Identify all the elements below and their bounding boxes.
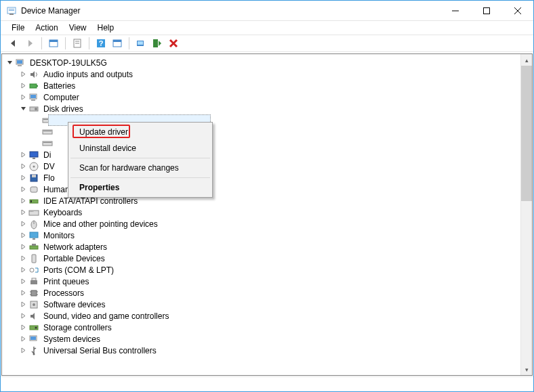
tree-node[interactable]: Ports (COM & LPT) bbox=[2, 264, 532, 276]
node-label: Sound, video and game controllers bbox=[42, 311, 170, 321]
svg-rect-60 bbox=[32, 278, 36, 280]
tree-node[interactable]: Universal Serial Bus controllers bbox=[2, 345, 532, 356]
svg-rect-39 bbox=[33, 158, 35, 159]
tree-node[interactable]: Keyboards bbox=[2, 206, 532, 218]
svg-rect-2 bbox=[9, 10, 14, 11]
chevron-right-icon[interactable] bbox=[18, 196, 28, 206]
scroll-thumb[interactable] bbox=[521, 66, 532, 201]
chevron-right-icon[interactable] bbox=[18, 70, 28, 79]
storage-icon bbox=[28, 322, 39, 333]
chevron-right-icon[interactable] bbox=[18, 150, 28, 160]
system-icon bbox=[28, 334, 39, 345]
tree-node[interactable]: Audio inputs and outputs bbox=[2, 68, 532, 80]
svg-rect-56 bbox=[32, 244, 36, 246]
chevron-right-icon[interactable] bbox=[18, 81, 28, 91]
svg-point-72 bbox=[33, 353, 35, 355]
toolbar-separator bbox=[41, 37, 42, 49]
tree-node[interactable]: Processors bbox=[2, 287, 532, 299]
node-label: Processors bbox=[42, 288, 85, 298]
help-button[interactable]: ? bbox=[94, 36, 108, 51]
context-menu-item[interactable]: Uninstall device bbox=[70, 140, 211, 156]
device-tree[interactable]: DESKTOP-19ULK5GAudio inputs and outputsB… bbox=[1, 53, 533, 376]
tree-node[interactable]: Portable Devices bbox=[2, 253, 532, 264]
menu-help[interactable]: Help bbox=[92, 22, 120, 34]
minimize-button[interactable] bbox=[440, 1, 471, 21]
chevron-right-icon[interactable] bbox=[18, 323, 28, 332]
svg-rect-43 bbox=[32, 175, 36, 177]
chevron-right-icon[interactable] bbox=[18, 93, 28, 102]
menu-action[interactable]: Action bbox=[30, 22, 63, 34]
context-menu-item[interactable]: Properties bbox=[70, 179, 211, 196]
svg-rect-18 bbox=[138, 41, 143, 45]
chevron-right-icon[interactable] bbox=[18, 185, 28, 194]
scroll-down-button[interactable]: ▾ bbox=[521, 364, 532, 375]
svg-rect-3 bbox=[9, 14, 14, 15]
tree-node[interactable]: Monitors bbox=[2, 230, 532, 241]
chevron-down-icon[interactable] bbox=[18, 104, 28, 114]
usb-icon bbox=[28, 345, 39, 356]
vertical-scrollbar[interactable]: ▴ ▾ bbox=[520, 54, 532, 375]
node-label: Keyboards bbox=[42, 208, 83, 217]
menu-view[interactable]: View bbox=[64, 22, 92, 34]
chevron-right-icon[interactable] bbox=[18, 311, 28, 321]
maximize-button[interactable] bbox=[471, 1, 502, 21]
node-label: Audio inputs and outputs bbox=[42, 70, 134, 79]
cpu-icon bbox=[28, 288, 39, 299]
scroll-up-button[interactable]: ▴ bbox=[521, 54, 532, 66]
tree-node[interactable]: Software devices bbox=[2, 299, 532, 310]
context-menu-item[interactable]: Scan for hardware changes bbox=[70, 160, 211, 176]
properties-button[interactable] bbox=[70, 36, 85, 51]
tree-node[interactable]: Batteries bbox=[2, 80, 532, 91]
floppy-icon bbox=[28, 173, 39, 183]
audio-icon bbox=[28, 69, 39, 80]
chevron-right-icon[interactable] bbox=[18, 334, 28, 344]
chevron-right-icon[interactable] bbox=[18, 231, 28, 240]
scan-button[interactable] bbox=[110, 36, 125, 51]
chevron-right-icon[interactable] bbox=[18, 346, 28, 355]
svg-rect-25 bbox=[30, 84, 37, 88]
enable-button[interactable] bbox=[150, 36, 165, 51]
tree-node[interactable]: Sound, video and game controllers bbox=[2, 310, 532, 322]
chevron-right-icon[interactable] bbox=[18, 254, 28, 263]
chevron-right-icon[interactable] bbox=[18, 173, 28, 183]
tree-node[interactable]: Mice and other pointing devices bbox=[2, 218, 532, 230]
svg-rect-28 bbox=[30, 95, 36, 98]
show-hidden-button[interactable] bbox=[46, 36, 61, 51]
svg-rect-49 bbox=[31, 211, 32, 212]
close-button[interactable] bbox=[502, 1, 533, 21]
menubar: File Action View Help bbox=[1, 21, 533, 35]
chevron-right-icon[interactable] bbox=[18, 277, 28, 286]
battery-icon bbox=[28, 81, 39, 91]
chevron-right-icon[interactable] bbox=[18, 288, 28, 298]
svg-rect-29 bbox=[31, 100, 35, 101]
update-driver-button[interactable] bbox=[134, 36, 148, 51]
chevron-down-icon[interactable] bbox=[5, 58, 14, 68]
svg-rect-59 bbox=[30, 280, 37, 284]
tree-node[interactable]: Storage controllers bbox=[2, 322, 532, 333]
toolbar-separator bbox=[65, 37, 66, 49]
chevron-right-icon[interactable] bbox=[18, 242, 28, 252]
chevron-right-icon[interactable] bbox=[18, 265, 28, 275]
node-label: Software devices bbox=[42, 300, 106, 309]
tree-root[interactable]: DESKTOP-19ULK5G bbox=[2, 57, 532, 68]
context-menu-item[interactable]: Update driver bbox=[70, 124, 211, 140]
tree-node[interactable]: Print queues bbox=[2, 276, 532, 287]
tree-node[interactable]: System devices bbox=[2, 333, 532, 345]
svg-point-67 bbox=[33, 303, 35, 306]
node-label: Batteries bbox=[42, 81, 77, 91]
hid-icon bbox=[28, 184, 39, 195]
tree-node[interactable]: Computer bbox=[2, 91, 532, 103]
back-button[interactable] bbox=[6, 36, 21, 51]
uninstall-button[interactable] bbox=[166, 36, 181, 51]
menu-file[interactable]: File bbox=[6, 22, 30, 34]
chevron-right-icon[interactable] bbox=[18, 208, 28, 217]
tree-node[interactable]: Network adapters bbox=[2, 241, 532, 253]
svg-point-31 bbox=[35, 108, 37, 110]
chevron-right-icon[interactable] bbox=[18, 162, 28, 171]
tree-node[interactable]: Disk drives bbox=[2, 103, 532, 114]
chevron-right-icon[interactable] bbox=[18, 219, 28, 229]
svg-point-58 bbox=[30, 268, 34, 272]
software-icon bbox=[28, 299, 39, 310]
forward-button[interactable] bbox=[22, 36, 37, 51]
chevron-right-icon[interactable] bbox=[18, 300, 28, 309]
